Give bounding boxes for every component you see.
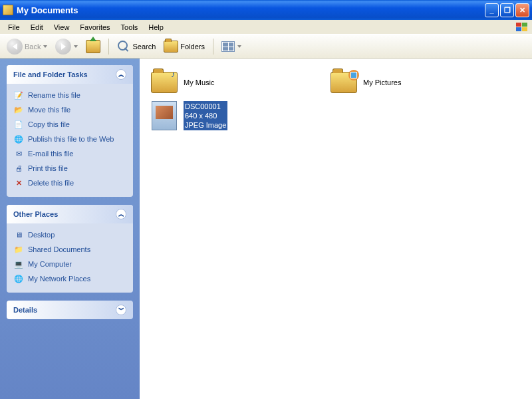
maximize-button[interactable]: ❐ bbox=[500, 3, 514, 17]
expand-icon: ︾ bbox=[116, 305, 126, 315]
collapse-icon: ︽ bbox=[116, 209, 126, 219]
task-label: Rename this file bbox=[28, 91, 80, 99]
app-icon bbox=[3, 5, 13, 15]
title-bar: My Documents _ ❐ ✕ bbox=[0, 0, 532, 20]
music-note-icon bbox=[169, 70, 180, 80]
place-label: Shared Documents bbox=[28, 245, 90, 253]
chevron-down-icon bbox=[43, 45, 47, 48]
place-label: My Network Places bbox=[28, 275, 90, 283]
up-button[interactable] bbox=[83, 38, 103, 55]
places-panel: Other Places ︽ 🖥Desktop 📁Shared Document… bbox=[7, 205, 133, 293]
separator bbox=[108, 39, 109, 55]
network-icon: 🌐 bbox=[13, 273, 24, 284]
file-list[interactable]: My Music My Pictures DSC00001 640 x 480 … bbox=[140, 59, 532, 399]
task-publish[interactable]: 🌐Publish this file to the Web bbox=[13, 132, 126, 146]
svg-rect-0 bbox=[516, 23, 521, 27]
pictures-icon bbox=[348, 70, 359, 80]
folder-icon bbox=[151, 72, 178, 93]
task-copy[interactable]: 📄Copy this file bbox=[13, 117, 126, 132]
task-label: Copy this file bbox=[28, 120, 70, 128]
search-icon bbox=[117, 40, 130, 53]
views-button[interactable] bbox=[219, 39, 244, 54]
forward-button[interactable] bbox=[53, 37, 80, 57]
delete-icon: ✕ bbox=[13, 178, 24, 188]
file-dsc00001[interactable]: DSC00001 640 x 480 JPEG Image bbox=[148, 98, 301, 133]
search-label: Search bbox=[132, 43, 156, 51]
up-folder-icon bbox=[86, 40, 100, 53]
details-title: Details bbox=[13, 306, 37, 314]
item-label: My Music bbox=[184, 78, 214, 87]
back-label: Back bbox=[25, 43, 41, 51]
tasks-title: File and Folder Tasks bbox=[13, 70, 88, 78]
rename-icon: 📝 bbox=[13, 90, 24, 100]
collapse-icon: ︽ bbox=[116, 69, 126, 80]
task-delete[interactable]: ✕Delete this file bbox=[13, 176, 126, 190]
windows-logo-icon bbox=[515, 21, 529, 33]
folders-button[interactable]: Folders bbox=[161, 39, 207, 55]
menu-bar: File Edit View Favorites Tools Help bbox=[0, 20, 532, 35]
globe-icon: 🌐 bbox=[13, 134, 24, 144]
computer-icon: 💻 bbox=[13, 259, 24, 269]
folder-icon bbox=[164, 41, 178, 53]
task-print[interactable]: 🖨Print this file bbox=[13, 161, 126, 176]
places-header[interactable]: Other Places ︽ bbox=[7, 205, 133, 223]
menu-favorites[interactable]: Favorites bbox=[74, 22, 115, 33]
folder-my-pictures[interactable]: My Pictures bbox=[327, 66, 480, 98]
menu-file[interactable]: File bbox=[3, 22, 25, 33]
menu-tools[interactable]: Tools bbox=[116, 22, 144, 33]
place-label: My Computer bbox=[28, 260, 72, 268]
window-title: My Documents bbox=[17, 5, 78, 15]
folder-icon: 📁 bbox=[13, 244, 24, 255]
task-email[interactable]: ✉E-mail this file bbox=[13, 146, 126, 161]
toolbar: Back Search Folders bbox=[0, 35, 532, 59]
tasks-header[interactable]: File and Folder Tasks ︽ bbox=[7, 65, 133, 84]
menu-help[interactable]: Help bbox=[143, 22, 169, 33]
back-button[interactable]: Back bbox=[4, 37, 50, 57]
views-icon bbox=[221, 41, 235, 52]
chevron-down-icon bbox=[237, 45, 241, 48]
copy-icon: 📄 bbox=[13, 119, 24, 130]
task-label: Move this file bbox=[28, 106, 70, 114]
move-icon: 📂 bbox=[13, 104, 24, 115]
task-label: E-mail this file bbox=[28, 150, 73, 158]
file-dimensions: 640 x 480 bbox=[185, 112, 217, 120]
chevron-down-icon bbox=[74, 45, 78, 48]
separator bbox=[213, 39, 213, 55]
item-label: My Pictures bbox=[363, 78, 401, 87]
task-label: Publish this file to the Web bbox=[28, 135, 114, 143]
place-label: Desktop bbox=[28, 231, 55, 239]
menu-edit[interactable]: Edit bbox=[25, 22, 49, 33]
back-icon bbox=[7, 39, 23, 55]
item-label: DSC00001 640 x 480 JPEG Image bbox=[184, 101, 227, 130]
file-name: DSC00001 bbox=[185, 102, 221, 110]
svg-rect-1 bbox=[522, 23, 527, 27]
minimize-button[interactable]: _ bbox=[485, 3, 499, 17]
close-button[interactable]: ✕ bbox=[515, 3, 529, 17]
svg-rect-3 bbox=[522, 27, 527, 31]
task-label: Delete this file bbox=[28, 179, 74, 187]
folders-label: Folders bbox=[180, 43, 205, 51]
side-panel: File and Folder Tasks ︽ 📝Rename this fil… bbox=[0, 59, 140, 399]
details-panel: Details ︾ bbox=[7, 301, 133, 319]
menu-view[interactable]: View bbox=[49, 22, 75, 33]
tasks-panel: File and Folder Tasks ︽ 📝Rename this fil… bbox=[7, 65, 133, 197]
task-move[interactable]: 📂Move this file bbox=[13, 102, 126, 117]
place-shared[interactable]: 📁Shared Documents bbox=[13, 242, 126, 257]
place-computer[interactable]: 💻My Computer bbox=[13, 257, 126, 271]
file-type: JPEG Image bbox=[185, 121, 226, 129]
image-thumbnail-icon bbox=[152, 101, 177, 130]
desktop-icon: 🖥 bbox=[13, 229, 24, 240]
place-network[interactable]: 🌐My Network Places bbox=[13, 271, 126, 286]
place-desktop[interactable]: 🖥Desktop bbox=[13, 227, 126, 242]
print-icon: 🖨 bbox=[13, 163, 24, 174]
places-title: Other Places bbox=[13, 210, 58, 218]
details-header[interactable]: Details ︾ bbox=[7, 301, 133, 319]
folder-icon bbox=[331, 72, 357, 93]
search-button[interactable]: Search bbox=[114, 38, 158, 55]
task-label: Print this file bbox=[28, 164, 68, 172]
mail-icon: ✉ bbox=[13, 148, 24, 159]
folder-my-music[interactable]: My Music bbox=[148, 66, 301, 98]
task-rename[interactable]: 📝Rename this file bbox=[13, 88, 126, 102]
svg-rect-2 bbox=[516, 27, 521, 31]
forward-icon bbox=[55, 39, 71, 55]
